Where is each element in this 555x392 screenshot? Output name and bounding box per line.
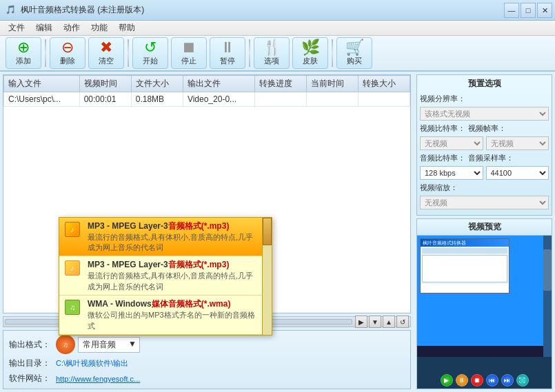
wma-title: WMA - Windows媒体音频格式(*.wma) — [88, 298, 259, 310]
video-resolution-select[interactable]: 该格式无视频 — [420, 107, 549, 121]
delete-icon: ⊖ — [61, 40, 74, 55]
dropdown-item-mp3-1[interactable]: ♪ MP3 - MPEG Layer-3音频格式(*.mp3) 最流行的音频格式… — [59, 218, 272, 257]
cell-convertsize — [358, 92, 410, 107]
options-button[interactable]: 🍴 选项 — [254, 37, 290, 69]
col-duration: 视频时间 — [79, 76, 131, 92]
audio-samplerate-label: 音频采样率： — [468, 153, 514, 163]
website-link[interactable]: http://www.fengyesoft.c... — [56, 375, 140, 383]
website-label: 软件网站： — [9, 373, 50, 384]
cell-currenttime — [306, 92, 358, 107]
audio-bitrate-row: 音频比特率： 音频采样率： — [420, 153, 549, 163]
scroll-buttons: ▶ ▼ ▲ ↺ — [355, 316, 409, 328]
preset-title: 预置选项 — [420, 78, 549, 90]
options-icon: 🍴 — [263, 40, 281, 55]
format-icon: ♫ — [56, 335, 75, 354]
dropdown-item-mp3-2[interactable]: ♪ MP3 - MPEG Layer-3音频格式(*.mp3) 最流行的音频格式… — [59, 256, 272, 296]
maximize-button[interactable]: □ — [521, 3, 536, 18]
right-panel: 预置选项 视频分辨率： 该格式无视频 视频比特率： 视频帧率： 无视频 无视频 — [414, 72, 555, 392]
mp3-1-desc: 最流行的音频格式,具有体积小,音质高的特点,几乎成为网上音乐的代名词 — [88, 232, 259, 254]
wma-icon: ♫ — [65, 300, 80, 315]
clear-button[interactable]: ✖ 清空 — [88, 37, 124, 69]
skin-icon: 🌿 — [301, 40, 320, 55]
format-row: 输出格式： ♫ 常用音频 ▼ — [9, 335, 405, 354]
mp3-2-title: MP3 - MPEG Layer-3音频格式(*.mp3) — [88, 259, 259, 271]
mp3-selected-icon: ♪ — [65, 222, 80, 237]
app-icon: 🎵 — [6, 5, 17, 16]
minimize-button[interactable]: — — [504, 3, 519, 18]
menubar: 文件 编辑 动作 功能 帮助 — [0, 21, 555, 36]
video-fps-select[interactable]: 无视频 — [486, 136, 549, 150]
video-resolution-select-row: 该格式无视频 — [420, 107, 549, 121]
audio-bitrate-select[interactable]: 128 kbps — [420, 166, 483, 180]
buy-button[interactable]: 🛒 购买 — [336, 37, 372, 69]
dropdown-scrollbar[interactable] — [262, 218, 272, 335]
format-label: 输出格式： — [9, 339, 50, 351]
dropdown-item-wma[interactable]: ♫ WMA - Windows媒体音频格式(*.wma) 微软公司推出的与MP3… — [59, 296, 272, 335]
mp3-2-desc: 最流行的音频格式,具有体积小,音质高的特点,几乎成为网上音乐的代名词 — [88, 271, 259, 292]
menu-help[interactable]: 帮助 — [113, 21, 141, 35]
audio-samplerate-select[interactable]: 44100 — [486, 166, 549, 180]
add-button[interactable]: ⊕ 添加 — [6, 37, 41, 69]
video-bitrate-label: 视频比特率： — [420, 123, 465, 134]
stop-button[interactable]: ⏹ 停止 — [171, 37, 207, 69]
col-output: 输出文件 — [183, 76, 254, 92]
scroll-up-arrow[interactable]: ▲ — [383, 316, 395, 328]
menu-action[interactable]: 动作 — [58, 21, 85, 35]
delete-button[interactable]: ⊖ 删除 — [50, 37, 85, 69]
cell-filesize: 0.18MB — [131, 92, 183, 107]
video-bitrate-select[interactable]: 无视频 — [420, 136, 483, 150]
close-button[interactable]: ✕ — [537, 3, 552, 18]
cell-input: C:\Users\pc\... — [4, 92, 80, 107]
scroll-right-arrow[interactable]: ▶ — [355, 316, 367, 328]
start-label: 开始 — [143, 56, 158, 66]
col-currenttime: 当前时间 — [306, 76, 358, 92]
video-scale-select-row: 无视频 — [420, 196, 549, 209]
wma-desc: 微软公司推出的与MP3格式齐名的一种新的音频格式 — [88, 310, 259, 331]
preview-section: 视频预览 枫叶音频格式转换器 — [416, 218, 552, 389]
menu-function[interactable]: 功能 — [85, 21, 113, 35]
video-scale-row: 视频缩放： — [420, 183, 549, 193]
scroll-refresh-arrow[interactable]: ↺ — [396, 316, 409, 328]
mp3-1-title: MP3 - MPEG Layer-3音频格式(*.mp3) — [88, 220, 259, 232]
menu-file[interactable]: 文件 — [3, 21, 30, 35]
buy-icon: 🛒 — [345, 40, 364, 55]
table-row[interactable]: C:\Users\pc\... 00:00:01 0.18MB Video_20… — [4, 92, 410, 107]
cell-output: Video_20-0... — [183, 92, 254, 107]
add-icon: ⊕ — [17, 40, 30, 55]
start-button[interactable]: ↺ 开始 — [132, 37, 168, 69]
bottom-controls: 输出格式： ♫ 常用音频 ▼ 输出目录： C:\枫叶视频软件\输出 软件网站： … — [3, 330, 411, 389]
stop-icon: ⏹ — [181, 40, 196, 55]
cell-duration: 00:00:01 — [79, 92, 131, 107]
dropdown-scroll-thumb[interactable] — [263, 218, 272, 245]
start-icon: ↺ — [144, 40, 157, 55]
preview-pause-button[interactable]: ⏸ — [456, 374, 468, 386]
app-title: 枫叶音频格式转换器 (未注册版本) — [21, 4, 144, 16]
audio-select-row: 128 kbps 44100 — [420, 166, 549, 180]
preview-stop-button[interactable]: ⏹ — [471, 374, 483, 386]
website-row: 软件网站： http://www.fengyesoft.c... — [9, 373, 405, 384]
col-filesize: 文件大小 — [131, 76, 183, 92]
buy-label: 购买 — [347, 56, 362, 66]
skin-button[interactable]: 🌿 皮肤 — [292, 37, 328, 69]
video-bitrate-fps-select-row: 无视频 无视频 — [420, 136, 549, 150]
clear-icon: ✖ — [100, 40, 112, 55]
stop-label: 停止 — [181, 56, 196, 66]
toolbar: ⊕ 添加 ⊖ 删除 ✖ 清空 ↺ 开始 ⏹ 停止 ⏸ 暂停 🍴 选项 🌿 皮肤 … — [0, 36, 555, 72]
pause-button[interactable]: ⏸ 暂停 — [210, 37, 245, 69]
add-label: 添加 — [16, 56, 31, 66]
window-controls: — □ ✕ — [504, 3, 552, 18]
menu-edit[interactable]: 编辑 — [30, 21, 58, 35]
preview-play-button[interactable]: ▶ — [441, 374, 453, 386]
pause-label: 暂停 — [220, 56, 235, 66]
cell-progress — [254, 92, 306, 107]
preview-fullscreen-button[interactable]: ⛶ — [516, 374, 529, 386]
audio-bitrate-label: 音频比特率： — [420, 153, 465, 163]
scroll-down-arrow[interactable]: ▼ — [369, 316, 381, 328]
col-progress: 转换进度 — [254, 76, 306, 92]
dir-value[interactable]: C:\枫叶视频软件\输出 — [56, 358, 128, 369]
preview-prev-button[interactable]: ⏮ — [486, 374, 498, 386]
video-scale-select[interactable]: 无视频 — [420, 196, 549, 209]
col-convertsize: 转换大小 — [358, 76, 410, 92]
preview-next-button[interactable]: ⏭ — [501, 374, 514, 386]
format-dropdown[interactable]: 常用音频 ▼ — [78, 337, 140, 353]
